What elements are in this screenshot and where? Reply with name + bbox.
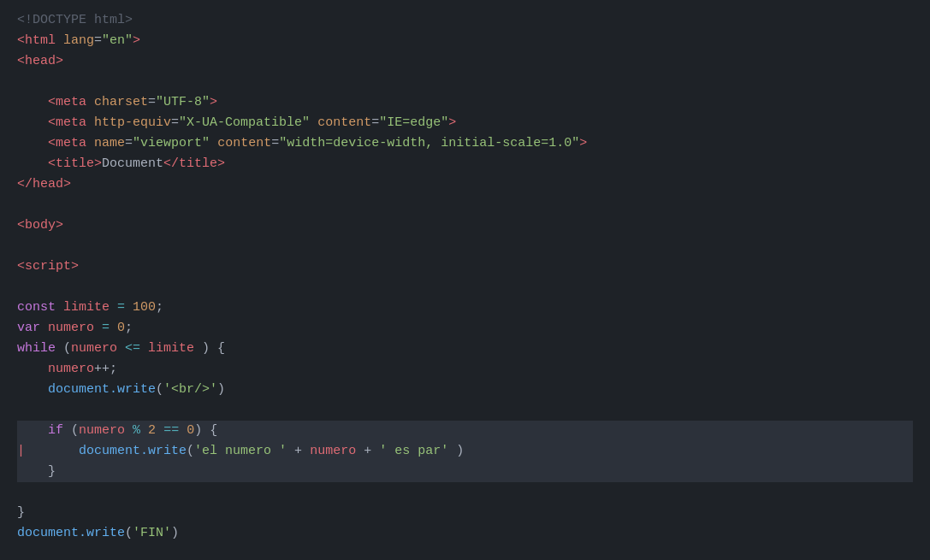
- token-space2: [210, 133, 217, 154]
- token-indent: [17, 154, 48, 174]
- token-bracket2: >: [94, 154, 102, 174]
- token-indent: [17, 380, 48, 400]
- token-eq2: =: [271, 133, 279, 154]
- token-var: numero: [71, 339, 117, 359]
- token-keyword: var: [17, 318, 40, 339]
- token-rest: ): [448, 441, 464, 462]
- code-line-20: [17, 400, 913, 421]
- token-str2: ' es par': [379, 441, 448, 462]
- code-line-14: [17, 277, 913, 298]
- token-op: <=: [125, 339, 140, 359]
- token-op: ++;: [94, 359, 117, 380]
- token-bracket2: >: [133, 31, 140, 51]
- token-space4: [156, 421, 163, 441]
- token-paren2: ): [217, 380, 225, 400]
- token-space5: [179, 421, 187, 441]
- token-bracket: </: [17, 174, 33, 195]
- token-bracket4: >: [217, 154, 225, 174]
- token-bracket2: >: [71, 256, 79, 277]
- token-attr: charset: [94, 92, 148, 113]
- token-tag: html: [25, 31, 56, 51]
- token-rest: ) {: [194, 339, 225, 359]
- token-val: "viewport": [133, 133, 210, 154]
- token-var: numero: [79, 421, 125, 441]
- token-indent: [17, 133, 48, 154]
- token-space: [86, 113, 94, 133]
- token-tag: title: [56, 154, 94, 174]
- token-bracket2: >: [210, 92, 217, 113]
- token-space2: [310, 113, 317, 133]
- token-num: 0: [117, 318, 125, 339]
- token-tag: body: [25, 215, 56, 236]
- token-bracket: <: [17, 256, 25, 277]
- code-line-23: }: [17, 462, 913, 482]
- token-bracket: <: [48, 92, 56, 113]
- token-tag2: title: [179, 154, 217, 174]
- code-line-4: [17, 72, 913, 92]
- token-doctype: <!DOCTYPE html>: [17, 10, 133, 31]
- token-func: document.write: [48, 380, 156, 400]
- code-line-12: [17, 236, 913, 256]
- token-indent: [25, 441, 79, 462]
- code-line-13: <script>: [17, 256, 913, 277]
- code-line-7: <meta name="viewport" content="width=dev…: [17, 133, 913, 154]
- token-keyword: const: [17, 298, 56, 318]
- token-tag: head: [33, 174, 63, 195]
- token-val: "UTF-8": [156, 92, 210, 113]
- token-func: document.write: [17, 523, 125, 544]
- token-val2: "width=device-width, initial-scale=1.0": [279, 133, 579, 154]
- token-eq: =: [171, 113, 179, 133]
- token-op: =: [117, 298, 125, 318]
- token-eq: =: [94, 31, 102, 51]
- token-bracket: <: [17, 215, 25, 236]
- token-val: "X-UA-Compatible": [179, 113, 310, 133]
- token-brace: }: [17, 503, 25, 523]
- token-bracket3: </: [163, 154, 179, 174]
- token-op: %: [133, 421, 140, 441]
- token-bracket2: >: [448, 113, 456, 133]
- token-space2: [125, 421, 133, 441]
- code-line-10: [17, 195, 913, 215]
- token-plus1: +: [287, 441, 310, 462]
- token-tag: meta: [56, 133, 86, 154]
- code-line-3: <head>: [17, 51, 913, 72]
- code-line-18: numero++;: [17, 359, 913, 380]
- token-space3: [140, 339, 148, 359]
- token-space: [56, 31, 63, 51]
- code-line-6: <meta http-equiv="X-UA-Compatible" conte…: [17, 113, 913, 133]
- code-line-9: </head>: [17, 174, 913, 195]
- token-str: '<br/>': [163, 380, 217, 400]
- token-brace: }: [48, 462, 56, 482]
- token-space: [86, 92, 94, 113]
- code-line-16: var numero = 0;: [17, 318, 913, 339]
- token-paren2: ): [171, 523, 179, 544]
- token-var: numero: [310, 441, 356, 462]
- token-tag: head: [25, 51, 56, 72]
- token-bracket2: >: [63, 174, 71, 195]
- token-eq: =: [125, 133, 133, 154]
- token-indent: [17, 92, 48, 113]
- token-attr: lang: [63, 31, 94, 51]
- token-bracket: <: [48, 133, 56, 154]
- token-eq2: =: [371, 113, 379, 133]
- token-func: document.write: [79, 441, 187, 462]
- token-indent: [17, 421, 48, 441]
- token-space2: [94, 318, 102, 339]
- token-indent: [17, 462, 48, 482]
- token-paren: (: [187, 441, 194, 462]
- token-bracket2: >: [56, 51, 63, 72]
- code-editor: <!DOCTYPE html> <html lang="en"> <head> …: [0, 0, 930, 560]
- token-space: [56, 298, 63, 318]
- token-attr2: content: [317, 113, 371, 133]
- token-num2: 0: [187, 421, 194, 441]
- code-line-24: [17, 482, 913, 503]
- token-space2: [110, 298, 117, 318]
- token-num: 100: [133, 298, 156, 318]
- token-space2: [117, 339, 125, 359]
- token-semi: ;: [125, 318, 133, 339]
- token-bracket2: >: [579, 133, 587, 154]
- token-attr: name: [94, 133, 125, 154]
- token-plus2: +: [356, 441, 379, 462]
- token-paren: (: [125, 523, 133, 544]
- token-num: 2: [148, 421, 156, 441]
